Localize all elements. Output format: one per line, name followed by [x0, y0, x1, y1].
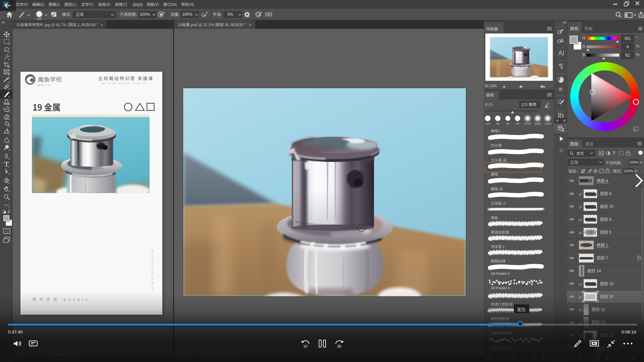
svg-text:4: 4 [606, 179, 608, 183]
svg-text:7: 7 [606, 256, 608, 260]
svg-text:×: × [101, 23, 103, 27]
svg-text:MO YU MO YU KUAI LE MO YU: MO YU MO YU KUAI LE MO YU [151, 250, 154, 290]
svg-text:30: 30 [337, 344, 341, 348]
svg-text:8: 8 [609, 217, 611, 222]
svg-text:5: 5 [609, 230, 611, 235]
svg-text:3D(D): 3D(D) [132, 3, 143, 7]
svg-text:10: 10 [609, 204, 614, 209]
svg-text:MOYU: MOYU [38, 84, 52, 87]
svg-text:10: 10 [303, 344, 307, 348]
svg-text:1: 1 [606, 243, 608, 248]
svg-text:×: × [249, 23, 251, 27]
svg-text:14: 14 [596, 268, 601, 273]
svg-text:MO YU MO YU KUAI LE MO YU: MO YU MO YU KUAI LE MO YU [101, 82, 147, 84]
svg-text:6: 6 [609, 191, 611, 196]
svg-text:15: 15 [609, 282, 614, 286]
